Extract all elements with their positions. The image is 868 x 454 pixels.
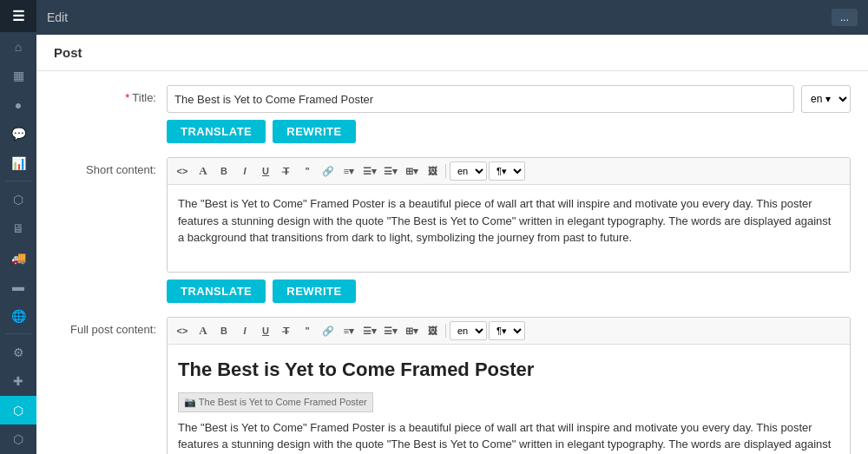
toolbar-strikethrough[interactable]: T̶ [277, 161, 296, 181]
full-toolbar-font[interactable]: A [194, 321, 213, 340]
full-post-toolbar: <> A B I U T̶ " 🔗 ≡▾ ☰▾ ☰▾ ⊞▾ � [168, 318, 850, 345]
sidebar-item-plugin2[interactable]: ⬡ [0, 424, 36, 453]
home-icon: ⌂ [15, 40, 22, 54]
truck-icon: 🚚 [11, 251, 26, 265]
main-content: Edit ... Post *Title: en ▾ [36, 0, 868, 454]
full-toolbar-para-select[interactable]: ¶▾ [489, 321, 525, 340]
toolbar-sep1 [445, 164, 446, 178]
toolbar-link[interactable]: 🔗 [319, 161, 338, 181]
short-content-label: Short content: [54, 157, 167, 176]
sidebar-item-card[interactable]: ▬ [0, 272, 36, 300]
sidebar-item-globe[interactable]: 🌐 [0, 301, 36, 330]
sidebar-divider2 [5, 333, 31, 334]
title-label: *Title: [54, 85, 167, 104]
full-toolbar-lang-select[interactable]: en [450, 321, 487, 340]
toolbar-italic[interactable]: I [235, 161, 254, 181]
short-content-row: Short content: <> A B I U T̶ " 🔗 [54, 157, 851, 303]
title-field: en ▾ TRANSLATE REWRITE [167, 85, 851, 143]
toolbar-list1[interactable]: ☰▾ [360, 161, 379, 181]
toolbar-font[interactable]: A [194, 161, 213, 181]
short-content-editor: <> A B I U T̶ " 🔗 ≡▾ ☰▾ ☰▾ ⊞▾ � [167, 157, 851, 273]
full-toolbar-code[interactable]: <> [173, 321, 192, 340]
full-post-editor: <> A B I U T̶ " 🔗 ≡▾ ☰▾ ☰▾ ⊞▾ � [167, 317, 851, 454]
toolbar-table[interactable]: ⊞▾ [402, 161, 421, 181]
toolbar-align[interactable]: ≡▾ [339, 161, 358, 181]
toolbar-lang-select[interactable]: en [450, 161, 487, 181]
sidebar-item-chart[interactable]: 📊 [0, 148, 36, 177]
toolbar-bold[interactable]: B [214, 161, 233, 181]
short-content-body[interactable]: The "Best is Yet to Come" Framed Poster … [168, 185, 850, 272]
sidebar-item-active-plugin[interactable]: ⬡ [0, 396, 36, 424]
chat-icon: 💬 [11, 127, 26, 141]
full-toolbar-sep1 [445, 324, 446, 338]
full-post-label: Full post content: [54, 317, 167, 336]
full-post-field: <> A B I U T̶ " 🔗 ≡▾ ☰▾ ☰▾ ⊞▾ � [167, 317, 851, 454]
full-toolbar-bold[interactable]: B [214, 321, 233, 340]
short-translate-button[interactable]: TRANSLATE [167, 280, 266, 303]
plugin2-icon: ⬡ [13, 432, 23, 446]
title-input-row: en ▾ [167, 85, 851, 113]
toolbar-underline[interactable]: U [256, 161, 275, 181]
title-action-buttons: TRANSLATE REWRITE [167, 120, 851, 143]
full-post-body[interactable]: The Best is Yet to Come Framed Poster 📷 … [168, 345, 850, 454]
short-content-action-buttons: TRANSLATE REWRITE [167, 280, 851, 303]
page-header: Post [36, 35, 868, 71]
full-post-paragraph: The "Best is Yet to Come" Framed Poster … [178, 419, 839, 455]
topbar-title: Edit [47, 10, 68, 24]
page: Post *Title: en ▾ TRANSLATE [36, 35, 868, 454]
globe-icon: 🌐 [11, 309, 26, 323]
sidebar-logo[interactable]: ☰ [0, 0, 36, 32]
full-toolbar-underline[interactable]: U [256, 321, 275, 340]
card-icon: ▬ [12, 280, 24, 293]
user-icon: ● [15, 98, 22, 112]
short-rewrite-button[interactable]: REWRITE [273, 280, 355, 303]
sidebar-item-home[interactable]: ⌂ [0, 32, 36, 61]
full-post-image-placeholder: 📷 The Best is Yet to Come Framed Poster [178, 392, 373, 412]
toolbar-quote[interactable]: " [298, 161, 317, 181]
chart-icon: 📊 [11, 156, 26, 170]
sidebar-item-truck[interactable]: 🚚 [0, 243, 36, 272]
sidebar-item-monitor[interactable]: 🖥 [0, 214, 36, 243]
toolbar-image[interactable]: 🖼 [423, 161, 442, 181]
title-row: *Title: en ▾ TRANSLATE REWRITE [54, 85, 851, 143]
toolbar-list2[interactable]: ☰▾ [381, 161, 400, 181]
sidebar-item-settings[interactable]: ⚙ [0, 338, 36, 366]
full-toolbar-image[interactable]: 🖼 [423, 321, 442, 340]
title-lang-select[interactable]: en ▾ [801, 85, 851, 113]
required-marker: * [125, 91, 129, 104]
full-toolbar-strikethrough[interactable]: T̶ [277, 321, 296, 340]
sidebar-item-chat[interactable]: 💬 [0, 119, 36, 148]
form-area: *Title: en ▾ TRANSLATE REWRITE [36, 71, 868, 454]
menu-icon: ☰ [12, 8, 24, 24]
full-toolbar-link[interactable]: 🔗 [319, 321, 338, 340]
sidebar-item-plus[interactable]: ✚ [0, 367, 36, 396]
monitor-icon: 🖥 [12, 221, 24, 235]
full-toolbar-list2[interactable]: ☰▾ [381, 321, 400, 340]
toolbar-code[interactable]: <> [173, 161, 192, 181]
sidebar-item-user[interactable]: ● [0, 90, 36, 119]
topbar: Edit ... [36, 0, 868, 35]
puzzle-icon: ⬡ [13, 193, 23, 207]
title-input[interactable] [167, 85, 794, 113]
translate-button[interactable]: TRANSLATE [167, 120, 266, 143]
full-toolbar-align[interactable]: ≡▾ [339, 321, 358, 340]
full-toolbar-italic[interactable]: I [235, 321, 254, 340]
sidebar: ☰ ⌂ ▦ ● 💬 📊 ⬡ 🖥 🚚 ▬ 🌐 ⚙ ✚ ⬡ ⬡ [0, 0, 36, 454]
full-toolbar-list1[interactable]: ☰▾ [360, 321, 379, 340]
sidebar-item-puzzle[interactable]: ⬡ [0, 185, 36, 214]
sidebar-item-layout[interactable]: ▦ [0, 62, 36, 90]
rewrite-button[interactable]: REWRITE [273, 120, 355, 143]
full-post-row: Full post content: <> A B I U T̶ " 🔗 [54, 317, 851, 454]
full-toolbar-table[interactable]: ⊞▾ [402, 321, 421, 340]
full-post-heading: The Best is Yet to Come Framed Poster [178, 355, 839, 384]
topbar-button[interactable]: ... [832, 9, 858, 26]
sidebar-divider [5, 181, 31, 181]
full-toolbar-quote[interactable]: " [298, 321, 317, 340]
topbar-right: ... [832, 9, 858, 26]
page-title: Post [54, 45, 82, 60]
short-content-field: <> A B I U T̶ " 🔗 ≡▾ ☰▾ ☰▾ ⊞▾ � [167, 157, 851, 303]
short-content-text: The "Best is Yet to Come" Framed Poster … [178, 197, 831, 244]
layout-icon: ▦ [13, 69, 24, 82]
plus-icon: ✚ [13, 374, 23, 388]
toolbar-para-select[interactable]: ¶▾ [489, 161, 525, 181]
